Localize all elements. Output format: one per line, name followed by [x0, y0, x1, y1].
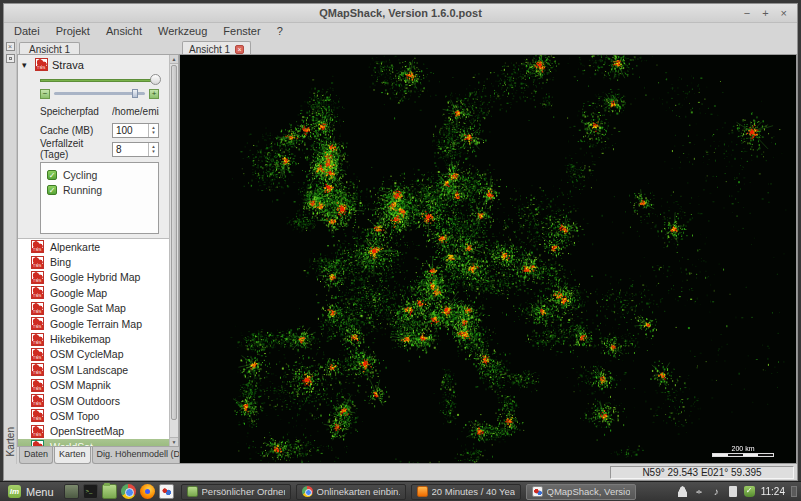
qmapshack-launcher-icon[interactable]: [159, 484, 174, 499]
scale-label: 200 km: [712, 445, 774, 452]
zoom-in-button[interactable]: +: [149, 89, 159, 99]
Bing[interactable]: Bing: [18, 254, 169, 269]
tms-map-icon: [31, 440, 44, 447]
menu-item[interactable]: Werkzeug: [158, 25, 207, 37]
clipboard-icon[interactable]: [729, 486, 737, 497]
zoom-slider-handle[interactable]: [132, 89, 138, 98]
activity-row: ✓ Cycling: [47, 167, 158, 182]
strava-tree-item[interactable]: ▾ Strava: [18, 55, 169, 73]
tms-map-icon: [31, 302, 44, 315]
opacity-slider-handle[interactable]: [150, 74, 161, 85]
tms-map-icon: [31, 333, 44, 346]
scroll-up-icon[interactable]: ▲: [170, 55, 178, 64]
Hikebikemap[interactable]: Hikebikemap: [18, 331, 169, 346]
tms-map-icon: [31, 240, 44, 253]
tms-map-icon: [31, 286, 44, 299]
tms-map-icon: [31, 379, 44, 392]
Google Map[interactable]: Google Map: [18, 285, 169, 300]
coordinate-display: N59° 29.543 E021° 59.395: [610, 466, 794, 479]
qmapshack-window: QMapShack, Version 1.6.0.post − + × Date…: [3, 3, 798, 481]
tms-map-icon: [31, 348, 44, 361]
dock-titlebar-strip: × Karten: [4, 39, 17, 464]
zoom-out-button[interactable]: −: [40, 89, 50, 99]
window-button-icon: [302, 486, 313, 497]
activity-checkbox[interactable]: ✓: [47, 185, 57, 195]
menu-button[interactable]: lm Menu: [0, 482, 62, 501]
spin-arrows-icon[interactable]: ▲▼: [148, 143, 158, 156]
zoom-slider[interactable]: [54, 92, 145, 95]
cache-label: Cache (MB): [40, 125, 112, 136]
system-tray: ♪ ✓ 11:24: [677, 486, 801, 497]
update-shield-icon[interactable]: ✓: [744, 486, 755, 497]
WorldSat[interactable]: WorldSat: [18, 439, 169, 447]
OpenStreetMap[interactable]: OpenStreetMap: [18, 424, 169, 439]
map-canvas-wrap: 200 km: [179, 54, 797, 464]
tms-map-icon: [31, 256, 44, 269]
terminal-icon[interactable]: [83, 484, 98, 499]
OSM Topo[interactable]: OSM Topo: [18, 408, 169, 423]
OSM Landscape[interactable]: OSM Landscape: [18, 362, 169, 377]
expire-label: Verfallzeit (Tage): [40, 138, 112, 160]
statusbar: N59° 29.543 E021° 59.395: [4, 464, 797, 480]
minimize-button[interactable]: −: [744, 8, 750, 19]
maps-dock: × Karten Ansicht 1 ▾ Strava: [4, 39, 179, 464]
tms-map-icon: [31, 317, 44, 330]
storage-path-value: /home/emi/.QMapShack/Str: [112, 106, 159, 117]
close-button[interactable]: ×: [781, 8, 787, 19]
Google Hybrid Map[interactable]: Google Hybrid Map: [18, 270, 169, 285]
firefox-icon[interactable]: [140, 484, 155, 499]
window-title: QMapShack, Version 1.6.0.post: [4, 7, 797, 19]
network-icon[interactable]: [694, 486, 705, 497]
spin-arrows-icon[interactable]: ▲▼: [148, 124, 158, 137]
mint-logo-icon: lm: [8, 485, 21, 498]
clock: 11:24: [761, 486, 785, 497]
taskbar-window-button[interactable]: Persönlicher Ordner: [181, 484, 291, 500]
file-manager-icon[interactable]: [102, 484, 117, 499]
view-tab-close-button[interactable]: ×: [235, 45, 244, 54]
maximize-button[interactable]: +: [762, 8, 768, 19]
show-desktop-icon[interactable]: [64, 484, 79, 499]
opacity-slider-track: [40, 79, 159, 82]
OSM Mapnik[interactable]: OSM Mapnik: [18, 378, 169, 393]
user-icon[interactable]: [677, 486, 688, 497]
activity-checkbox[interactable]: ✓: [47, 170, 57, 180]
tms-map-icon: [31, 394, 44, 407]
cache-spinbox[interactable]: 100 ▲▼: [112, 123, 159, 138]
taskbar-window-button[interactable]: Onlinekarten einbin...: [296, 484, 406, 500]
menu-item[interactable]: Projekt: [56, 25, 90, 37]
dock-bottom-tab[interactable]: Daten: [19, 447, 53, 464]
expire-spinbox[interactable]: 8 ▲▼: [112, 142, 159, 157]
taskbar: lm Menu Persönlicher Ordner Onlinekarten…: [0, 481, 801, 501]
collapse-arrow-icon[interactable]: ▾: [22, 60, 31, 70]
dock-float-icon[interactable]: [6, 54, 15, 63]
Alpenkarte[interactable]: Alpenkarte: [18, 239, 169, 254]
heatmap-canvas[interactable]: [180, 55, 796, 463]
menu-item[interactable]: Ansicht: [106, 25, 142, 37]
taskbar-window-button[interactable]: 20 Minutes / 40 Year...: [411, 484, 521, 500]
taskbar-window-button[interactable]: QMapShack, Version...: [526, 484, 636, 500]
titlebar[interactable]: QMapShack, Version 1.6.0.post − + ×: [4, 4, 797, 23]
Google Sat Map[interactable]: Google Sat Map: [18, 301, 169, 316]
dock-panel: ▾ Strava − +: [17, 54, 179, 447]
menu-item[interactable]: Datei: [14, 25, 40, 37]
OSM CycleMap[interactable]: OSM CycleMap: [18, 347, 169, 362]
dock-bottom-tabs: Daten Karten Dig. Höhenmodell (DEM) Rout…: [17, 447, 179, 464]
menu-item[interactable]: ?: [277, 25, 283, 37]
volume-icon[interactable]: ♪: [711, 486, 722, 497]
tms-map-icon: [31, 409, 44, 422]
Google Terrain Map[interactable]: Google Terrain Map: [18, 316, 169, 331]
chromium-icon[interactable]: [121, 484, 136, 499]
menu-item[interactable]: Fenster: [223, 25, 260, 37]
opacity-slider[interactable]: [40, 74, 159, 86]
panel-scrollbar[interactable]: ▲ ▼: [169, 55, 178, 446]
window-button-icon: [532, 486, 543, 497]
dock-close-icon[interactable]: ×: [6, 42, 15, 51]
scrollbar-thumb[interactable]: [171, 65, 177, 420]
scroll-down-icon[interactable]: ▼: [170, 437, 178, 446]
dock-bottom-tab[interactable]: Karten: [54, 447, 91, 464]
dock-vertical-label: Karten: [5, 427, 16, 456]
activity-row: ✓ Running: [47, 182, 158, 197]
show-desktop-corner-icon[interactable]: [791, 486, 797, 497]
map-view-area: Ansicht 1 × 200 km: [179, 39, 797, 464]
OSM Outdoors[interactable]: OSM Outdoors: [18, 393, 169, 408]
